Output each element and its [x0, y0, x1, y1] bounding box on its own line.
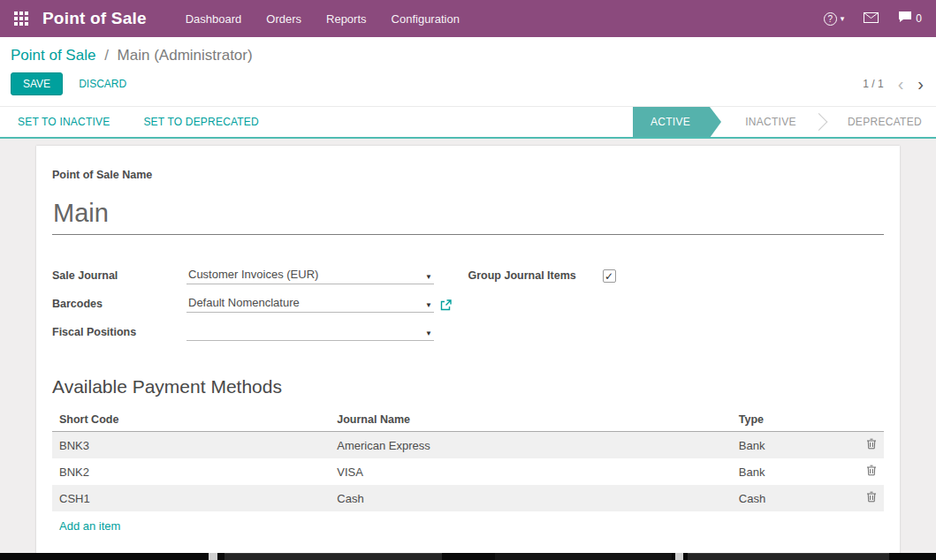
status-bar: SET TO INACTIVE SET TO DEPRECATED ACTIVE… [0, 106, 936, 139]
table-header-row: Short Code Journal Name Type [52, 409, 884, 432]
discard-button[interactable]: DISCARD [68, 73, 137, 95]
trash-icon[interactable] [866, 438, 877, 450]
breadcrumb: Point of Sale / Main (Administrator) [11, 47, 924, 64]
breadcrumb-current: Main (Administrator) [118, 47, 253, 64]
payment-methods-title: Available Payment Methods [52, 376, 884, 397]
chat-bubble-icon [898, 11, 912, 26]
external-link-icon[interactable] [440, 299, 452, 313]
set-to-inactive-button[interactable]: SET TO INACTIVE [18, 116, 110, 128]
form-right-column: Group Journal Items ✓ [468, 265, 885, 293]
barcodes-select[interactable]: Default Nomenclature ▼ [186, 296, 434, 313]
sale-journal-label: Sale Journal [52, 269, 186, 284]
control-panel: Point of Sale / Main (Administrator) SAV… [0, 37, 936, 106]
pager-next-icon[interactable]: › [917, 78, 924, 90]
menu-item-dashboard[interactable]: Dashboard [186, 12, 242, 26]
taskbar-strip [0, 553, 936, 560]
pos-name-input[interactable] [52, 199, 884, 235]
envelope-icon [864, 11, 879, 26]
status-step-active[interactable]: ACTIVE [633, 107, 710, 137]
dropdown-caret-icon: ▼ [425, 301, 432, 309]
barcodes-row: Barcodes Default Nomenclature ▼ [52, 293, 468, 313]
apps-grid-icon[interactable] [14, 11, 28, 26]
fiscal-positions-label: Fiscal Positions [52, 326, 186, 341]
messages-button[interactable] [864, 11, 879, 26]
message-count-badge: 0 [916, 12, 922, 25]
background-window[interactable] [209, 553, 217, 560]
dropdown-caret-icon: ▼ [425, 273, 432, 281]
dropdown-caret-icon: ▼ [425, 329, 432, 337]
status-pipeline: ACTIVE INACTIVE DEPRECATED [633, 107, 936, 137]
status-step-inactive[interactable]: INACTIVE [731, 107, 810, 137]
column-header-actions [848, 409, 884, 432]
menu-item-reports[interactable]: Reports [326, 12, 367, 26]
question-mark-icon: ? [824, 12, 837, 26]
main-menu: Dashboard Orders Reports Configuration [186, 12, 460, 26]
discuss-button[interactable]: 0 [898, 11, 922, 26]
sale-journal-row: Sale Journal Customer Invoices (EUR) ▼ [52, 265, 468, 284]
save-button[interactable]: SAVE [11, 72, 63, 95]
sale-journal-select[interactable]: Customer Invoices (EUR) ▼ [186, 268, 434, 284]
pos-name-label: Point of Sale Name [52, 169, 884, 181]
background-window[interactable] [495, 553, 672, 560]
table-row[interactable]: CSH1 Cash Cash [52, 485, 884, 511]
menu-item-configuration[interactable]: Configuration [392, 12, 460, 26]
pager: 1 / 1 ‹ › [863, 78, 924, 90]
form-fields: Sale Journal Customer Invoices (EUR) ▼ B… [52, 265, 884, 350]
fiscal-positions-select[interactable]: ▼ [186, 324, 434, 341]
set-to-deprecated-button[interactable]: SET TO DEPRECATED [143, 116, 259, 128]
background-window[interactable] [675, 553, 683, 560]
column-header-journal-name: Journal Name [330, 409, 732, 432]
breadcrumb-parent-link[interactable]: Point of Sale [11, 47, 95, 64]
table-row[interactable]: BNK2 VISA Bank [52, 458, 884, 485]
pager-value: 1 / 1 [863, 78, 883, 90]
checkmark-icon: ✓ [605, 270, 613, 283]
column-header-short-code: Short Code [52, 409, 330, 432]
app-title[interactable]: Point of Sale [42, 9, 147, 28]
pager-previous-icon[interactable]: ‹ [898, 78, 904, 90]
trash-icon[interactable] [866, 465, 877, 476]
control-panel-buttons: SAVE DISCARD 1 / 1 ‹ › [11, 72, 924, 95]
add-an-item-link[interactable]: Add an item [59, 519, 120, 533]
barcodes-label: Barcodes [52, 298, 186, 313]
caret-down-icon: ▾ [841, 14, 845, 23]
topbar-right-icons: ? ▾ 0 [824, 11, 922, 26]
status-step-deprecated[interactable]: DEPRECATED [833, 107, 936, 137]
column-header-type: Type [732, 409, 848, 432]
table-row[interactable]: BNK3 American Express Bank [52, 432, 884, 459]
status-actions: SET TO INACTIVE SET TO DEPRECATED [18, 107, 259, 137]
payment-methods-table: Short Code Journal Name Type BNK3 Americ… [52, 409, 884, 511]
menu-item-orders[interactable]: Orders [266, 12, 301, 26]
background-window[interactable] [224, 553, 442, 560]
help-menu-button[interactable]: ? ▾ [824, 12, 845, 26]
background-window[interactable] [688, 553, 889, 560]
sale-journal-value: Customer Invoices (EUR) [188, 268, 318, 281]
barcodes-value: Default Nomenclature [188, 296, 300, 309]
group-journal-items-label: Group Journal Items [468, 269, 603, 284]
content-area: Point of Sale Name Sale Journal Customer… [0, 139, 936, 553]
fiscal-positions-row: Fiscal Positions ▼ [52, 322, 468, 341]
screen: Point of Sale Dashboard Orders Reports C… [0, 0, 936, 560]
group-journal-items-row: Group Journal Items ✓ [468, 265, 885, 284]
trash-icon[interactable] [866, 491, 877, 503]
group-journal-items-checkbox[interactable]: ✓ [603, 269, 616, 283]
form-sheet: Point of Sale Name Sale Journal Customer… [36, 146, 900, 553]
top-navbar: Point of Sale Dashboard Orders Reports C… [0, 0, 936, 37]
breadcrumb-separator: / [104, 47, 109, 64]
chevron-right-icon [810, 107, 833, 137]
form-left-column: Sale Journal Customer Invoices (EUR) ▼ B… [52, 265, 468, 350]
